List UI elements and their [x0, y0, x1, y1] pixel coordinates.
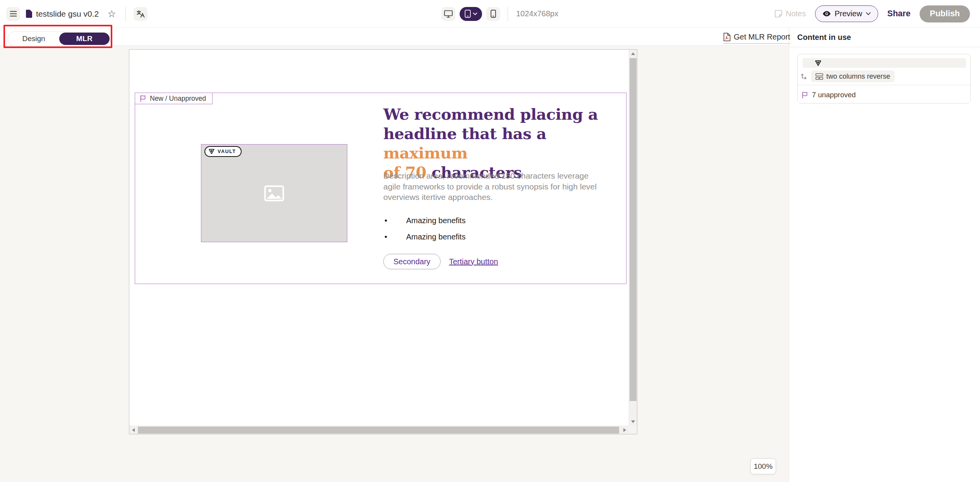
- preview-button[interactable]: Preview: [815, 5, 878, 22]
- zoom-level-badge[interactable]: 100%: [750, 458, 776, 474]
- translate-icon: [136, 10, 145, 18]
- component-label: two columns reverse: [826, 72, 890, 81]
- divider: [508, 7, 508, 21]
- tablet-device-button-selected[interactable]: [460, 7, 482, 21]
- scroll-up-arrow[interactable]: [631, 52, 635, 55]
- image-icon: [264, 185, 284, 201]
- move-into-icon: [800, 72, 808, 80]
- divider: [125, 7, 126, 21]
- headline-text-purple: We recommend placing a headline that has…: [383, 105, 598, 143]
- status-flag-label: New / Unapproved: [150, 95, 206, 103]
- content-in-use-card[interactable]: two columns reverse 7 unapproved: [797, 54, 971, 103]
- vertical-scroll-thumb[interactable]: [630, 58, 637, 401]
- slide-canvas: New / Unapproved VAULT We recommend plac…: [129, 49, 637, 434]
- unapproved-row[interactable]: 7 unapproved: [801, 90, 856, 100]
- list-item[interactable]: • Amazing benefits: [384, 232, 465, 242]
- component-row: two columns reverse: [800, 71, 894, 82]
- divider: [798, 85, 970, 85]
- topbar-right-group: Notes Preview Share Publish: [774, 0, 970, 28]
- horizontal-scrollbar[interactable]: [129, 426, 629, 434]
- document-title: testslide gsu v0.2: [36, 9, 99, 19]
- desktop-device-button[interactable]: [441, 7, 455, 21]
- vault-source-bar[interactable]: [803, 58, 966, 68]
- panel-header: Content in use: [789, 28, 980, 47]
- top-bar: testslide gsu v0.2 ☆ 1024x768px: [0, 0, 980, 28]
- tab-mlr-active[interactable]: MLR: [59, 33, 110, 45]
- bullet-label: Amazing benefits: [406, 216, 465, 225]
- slide-section-outline[interactable]: New / Unapproved VAULT We recommend plac…: [135, 93, 626, 284]
- hamburger-icon: [10, 11, 17, 17]
- vault-logo-icon: [815, 60, 821, 66]
- list-item[interactable]: • Amazing benefits: [384, 215, 465, 226]
- flag-icon: [801, 91, 808, 99]
- component-chip[interactable]: two columns reverse: [811, 71, 894, 82]
- vertical-scrollbar[interactable]: [629, 50, 637, 426]
- get-mlr-report-label: Get MLR Report: [734, 33, 790, 41]
- get-mlr-report-button[interactable]: Get MLR Report: [723, 33, 790, 44]
- two-columns-layout-icon: [815, 73, 823, 80]
- horizontal-scroll-thumb[interactable]: [138, 427, 619, 434]
- secondary-button[interactable]: Secondary: [383, 254, 441, 269]
- unapproved-count-label: 7 unapproved: [812, 91, 856, 99]
- cta-row: Secondary Tertiary button: [383, 254, 498, 269]
- mode-bar: [0, 28, 789, 46]
- preview-label: Preview: [834, 9, 862, 18]
- tertiary-button-link[interactable]: Tertiary button: [449, 257, 498, 266]
- share-button[interactable]: Share: [887, 9, 911, 19]
- design-mlr-toggle: Design MLR: [8, 31, 111, 46]
- mobile-device-button[interactable]: [486, 7, 500, 21]
- document-icon: [26, 10, 32, 18]
- bullet-icon: •: [384, 232, 406, 241]
- vault-badge-label: VAULT: [218, 149, 236, 154]
- flag-icon: [139, 95, 146, 102]
- slide-description[interactable]: Description area, recommended 150 charac…: [383, 170, 623, 203]
- chevron-down-icon: [473, 12, 477, 15]
- device-switcher: 1024x768px: [441, 0, 558, 28]
- app-window: testslide gsu v0.2 ☆ 1024x768px: [0, 0, 980, 482]
- menu-button[interactable]: [6, 7, 20, 21]
- phone-icon: [491, 10, 496, 18]
- bullet-list: • Amazing benefits • Amazing benefits: [384, 215, 465, 248]
- scroll-left-arrow[interactable]: [132, 428, 135, 432]
- monitor-icon: [444, 10, 453, 18]
- status-flag-tab[interactable]: New / Unapproved: [135, 93, 213, 104]
- eye-icon: [822, 11, 831, 17]
- favorite-star-icon[interactable]: ☆: [107, 9, 116, 19]
- vault-logo-icon: [209, 149, 215, 154]
- bullet-icon: •: [384, 216, 406, 225]
- image-placeholder[interactable]: VAULT: [201, 144, 347, 242]
- tab-design[interactable]: Design: [8, 34, 59, 43]
- tablet-icon: [465, 10, 471, 18]
- scroll-right-arrow[interactable]: [623, 428, 626, 432]
- bullet-label: Amazing benefits: [406, 232, 465, 241]
- scrollbar-corner: [629, 426, 637, 434]
- scroll-down-arrow[interactable]: [631, 420, 635, 423]
- notes-toggle-disabled[interactable]: Notes: [774, 9, 806, 18]
- chevron-down-icon: [866, 12, 871, 15]
- pdf-file-icon: [723, 33, 731, 41]
- content-in-use-panel: Content in use two columns reverse 7 una…: [789, 28, 980, 482]
- topbar-left-group: testslide gsu v0.2 ☆: [6, 0, 148, 28]
- vault-asset-badge[interactable]: VAULT: [204, 146, 242, 157]
- translate-button[interactable]: [134, 7, 148, 21]
- note-icon: [774, 10, 783, 18]
- notes-label: Notes: [786, 9, 806, 18]
- publish-button-disabled[interactable]: Publish: [920, 5, 970, 22]
- canvas-size-label: 1024x768px: [516, 9, 558, 18]
